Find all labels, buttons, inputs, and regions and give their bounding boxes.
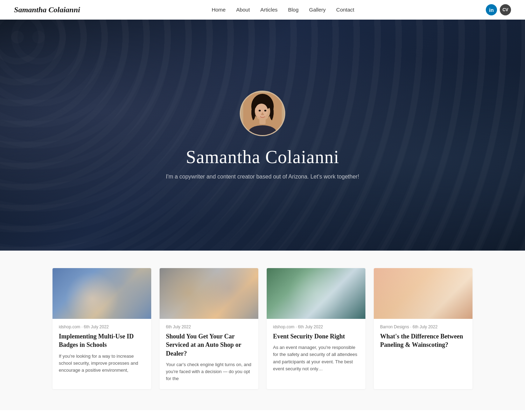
- card-3-title: Event Security Done Right: [273, 332, 359, 341]
- card-2-image: [160, 268, 258, 319]
- svg-point-8: [264, 110, 266, 111]
- navbar: Samantha Colaianni Home About Articles B…: [0, 0, 525, 20]
- linkedin-icon[interactable]: in: [486, 4, 497, 15]
- card-1-body: idshop.com · 6th July 2022 Implementing …: [52, 319, 151, 381]
- avatar: [240, 91, 285, 136]
- card-4-source: Barron Designs · 6th July 2022: [380, 324, 466, 329]
- nav-blog[interactable]: Blog: [288, 7, 299, 13]
- hero-content: Samantha Colaianni I'm a copywriter and …: [166, 91, 359, 180]
- card-1-image: [52, 268, 151, 319]
- card-4[interactable]: Barron Designs · 6th July 2022 What's th…: [374, 268, 472, 389]
- card-1-excerpt: If you're looking for a way to increase …: [59, 353, 145, 374]
- cards-section: idshop.com · 6th July 2022 Implementing …: [0, 251, 525, 410]
- hero-tagline: I'm a copywriter and content creator bas…: [166, 174, 359, 180]
- card-3-image: [267, 268, 365, 319]
- card-4-title: What's the Difference Between Paneling &…: [380, 332, 466, 349]
- card-1[interactable]: idshop.com · 6th July 2022 Implementing …: [52, 268, 151, 389]
- card-2[interactable]: 6th July 2022 Should You Get Your Car Se…: [160, 268, 258, 389]
- nav-home[interactable]: Home: [212, 7, 226, 13]
- hero-section: Samantha Colaianni I'm a copywriter and …: [0, 20, 525, 251]
- nav-contact[interactable]: Contact: [336, 7, 355, 13]
- card-4-body: Barron Designs · 6th July 2022 What's th…: [374, 319, 472, 360]
- card-3[interactable]: idshop.com · 6th July 2022 Event Securit…: [267, 268, 365, 389]
- cards-grid: idshop.com · 6th July 2022 Implementing …: [52, 268, 472, 389]
- site-brand[interactable]: Samantha Colaianni: [14, 5, 80, 14]
- card-2-excerpt: Your car's check engine light turns on, …: [166, 361, 252, 382]
- nav-links: Home About Articles Blog Gallery Contact: [212, 7, 355, 13]
- card-3-source: idshop.com · 6th July 2022: [273, 324, 359, 329]
- card-2-source: 6th July 2022: [166, 324, 252, 329]
- avatar-image: [243, 93, 282, 135]
- card-2-body: 6th July 2022 Should You Get Your Car Se…: [160, 319, 258, 389]
- nav-articles[interactable]: Articles: [260, 7, 278, 13]
- nav-gallery[interactable]: Gallery: [309, 7, 326, 13]
- card-2-title: Should You Get Your Car Serviced at an A…: [166, 332, 252, 358]
- hero-name: Samantha Colaianni: [186, 147, 339, 167]
- nav-about[interactable]: About: [236, 7, 250, 13]
- cv-icon[interactable]: CV: [500, 4, 511, 15]
- card-3-body: idshop.com · 6th July 2022 Event Securit…: [267, 319, 365, 379]
- card-1-source: idshop.com · 6th July 2022: [59, 324, 145, 329]
- svg-rect-4: [259, 119, 266, 124]
- nav-icons: in CV: [486, 4, 511, 15]
- card-1-title: Implementing Multi-Use ID Badges in Scho…: [59, 332, 145, 349]
- card-3-excerpt: As an event manager, you're responsible …: [273, 344, 359, 372]
- card-4-image: [374, 268, 472, 319]
- svg-point-7: [259, 110, 261, 111]
